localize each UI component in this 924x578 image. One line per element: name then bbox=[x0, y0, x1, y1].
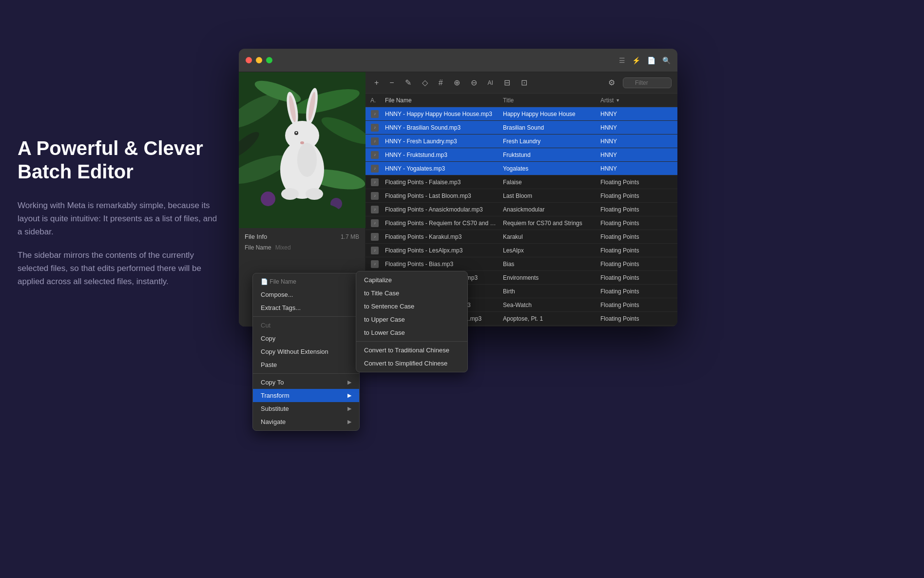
file-filename: HNNY - Brasilian Sound.mp3 bbox=[382, 124, 500, 131]
file-icon: ♪ bbox=[371, 219, 379, 227]
table-row[interactable]: ♪ Floating Points - Anasickmodular.mp3 A… bbox=[366, 203, 677, 216]
file-title: Yogalates bbox=[500, 165, 597, 172]
table-row[interactable]: ♪ HNNY - Fruktstund.mp3 Fruktstund HNNY bbox=[366, 148, 677, 162]
sidebar-toggle-icon[interactable]: ☰ bbox=[619, 57, 625, 64]
transform-lower-case[interactable]: to Lower Case bbox=[356, 326, 467, 339]
ctx-navigate[interactable]: Navigate ▶ bbox=[253, 415, 359, 428]
circle-icon[interactable]: ⊖ bbox=[468, 76, 480, 89]
table-row[interactable]: ♪ Floating Points - Falaise.mp3 Falaise … bbox=[366, 175, 677, 189]
file-artist: HNNY bbox=[597, 165, 675, 172]
ctx-extract-tags[interactable]: Extract Tags... bbox=[253, 301, 359, 314]
col-header-a[interactable]: A. bbox=[367, 97, 382, 104]
file-title: Requiem for CS70 and Strings bbox=[500, 220, 597, 227]
file-artist: Floating Points bbox=[597, 302, 675, 308]
file-icon-cell: ♪ bbox=[367, 219, 382, 227]
col-headers: A. File Name Title Artist ▼ bbox=[366, 94, 677, 107]
edit-icon[interactable]: ✎ bbox=[402, 76, 414, 89]
transform-upper-case[interactable]: to Upper Case bbox=[356, 313, 467, 326]
transform-sep bbox=[356, 341, 467, 342]
file-artist: Floating Points bbox=[597, 288, 675, 295]
table-row[interactable]: ♪ Floating Points - Karakul.mp3 Karakul … bbox=[366, 230, 677, 244]
file-info-size: 1.7 MB bbox=[341, 233, 359, 240]
search-icon[interactable]: 🔍 bbox=[662, 57, 671, 64]
paragraph-2: The sidebar mirrors the contents of the … bbox=[18, 249, 222, 289]
svg-point-21 bbox=[281, 188, 299, 200]
file-filename: Floating Points - Requiem for CS70 and S… bbox=[382, 220, 500, 227]
transform-capitalize[interactable]: Capitalize bbox=[356, 273, 467, 287]
file-title: Environments bbox=[500, 274, 597, 281]
file-title: Anasickmodular bbox=[500, 206, 597, 213]
table-row[interactable]: ♪ Floating Points - Last Bloom.mp3 Last … bbox=[366, 189, 677, 203]
file-icon-cell: ♪ bbox=[367, 247, 382, 254]
globe-icon[interactable]: ⊕ bbox=[451, 76, 463, 89]
file-artist: Floating Points bbox=[597, 220, 675, 227]
ai-label[interactable]: AI bbox=[485, 77, 496, 88]
hash-icon[interactable]: # bbox=[436, 77, 446, 89]
file-artist: Floating Points bbox=[597, 206, 675, 213]
file-icon: ♪ bbox=[371, 124, 379, 132]
table-row[interactable]: ♪ HNNY - Happy Happy House House.mp3 Hap… bbox=[366, 107, 677, 121]
filter-input[interactable] bbox=[623, 77, 672, 88]
col-header-filename[interactable]: File Name bbox=[382, 97, 500, 104]
file-title: Sea-Watch bbox=[500, 302, 597, 308]
transform-arrow: ▶ bbox=[347, 392, 351, 399]
ctx-copy[interactable]: Copy bbox=[253, 332, 359, 345]
file-icon: ♪ bbox=[371, 260, 379, 268]
gear-icon[interactable]: ⚙ bbox=[605, 76, 618, 89]
ctx-transform[interactable]: Transform ▶ bbox=[253, 389, 359, 402]
ctx-compose[interactable]: Compose... bbox=[253, 288, 359, 301]
ctx-substitute[interactable]: Substitute ▶ bbox=[253, 402, 359, 415]
table-row[interactable]: ♪ HNNY - Fresh Laundry.mp3 Fresh Laundry… bbox=[366, 135, 677, 148]
file-artist: HNNY bbox=[597, 124, 675, 131]
ctx-copy-to[interactable]: Copy To ▶ bbox=[253, 376, 359, 389]
file-icon[interactable]: 📄 bbox=[647, 57, 655, 64]
ctx-copy-without-ext[interactable]: Copy Without Extension bbox=[253, 345, 359, 358]
file-title: Last Bloom bbox=[500, 193, 597, 199]
file-artist: HNNY bbox=[597, 138, 675, 145]
file-artist: HNNY bbox=[597, 111, 675, 117]
folder-open-icon[interactable]: ⊟ bbox=[501, 76, 513, 89]
file-icon-cell: ♪ bbox=[367, 165, 382, 173]
file-icon: ♪ bbox=[371, 178, 379, 186]
file-filename: Floating Points - Bias.mp3 bbox=[382, 261, 500, 268]
folder-icon[interactable]: ⊡ bbox=[518, 76, 530, 89]
col-header-title[interactable]: Title bbox=[500, 97, 597, 104]
col-header-artist[interactable]: Artist ▼ bbox=[597, 97, 675, 104]
close-button[interactable] bbox=[246, 57, 252, 63]
add-button[interactable]: + bbox=[371, 77, 382, 89]
table-row[interactable]: ♪ HNNY - Brasilian Sound.mp3 Brasilian S… bbox=[366, 121, 677, 135]
table-row[interactable]: ♪ Floating Points - LesAlpx.mp3 LesAlpx … bbox=[366, 244, 677, 257]
svg-point-23 bbox=[297, 143, 317, 177]
ctx-paste[interactable]: Paste bbox=[253, 358, 359, 371]
toolbar: + − ✎ ◇ # ⊕ ⊖ AI ⊟ ⊡ ⚙ 🔍 bbox=[366, 72, 677, 94]
artwork bbox=[239, 72, 366, 228]
file-icon: ♪ bbox=[371, 110, 379, 118]
file-icon: ♪ bbox=[371, 192, 379, 200]
ctx-cut[interactable]: Cut bbox=[253, 319, 359, 332]
tag-icon[interactable]: ◇ bbox=[419, 76, 431, 89]
transform-traditional-chinese[interactable]: Convert to Traditional Chinese bbox=[356, 344, 467, 357]
transform-simplified-chinese[interactable]: Convert to Simplified Chinese bbox=[356, 357, 467, 370]
transform-title-case[interactable]: to Title Case bbox=[356, 287, 467, 300]
file-icon: ♪ bbox=[371, 247, 379, 254]
table-row[interactable]: ♪ Floating Points - Requiem for CS70 and… bbox=[366, 216, 677, 230]
navigate-arrow: ▶ bbox=[347, 419, 351, 425]
file-icon: ♪ bbox=[371, 151, 379, 159]
copy-to-arrow: ▶ bbox=[347, 379, 351, 385]
file-title: Fresh Laundry bbox=[500, 138, 597, 145]
file-icon-cell: ♪ bbox=[367, 110, 382, 118]
ctx-sep-1 bbox=[253, 316, 359, 317]
file-title: Apoptose, Pt. 1 bbox=[500, 315, 597, 322]
remove-button[interactable]: − bbox=[386, 77, 397, 89]
maximize-button[interactable] bbox=[266, 57, 272, 63]
minimize-button[interactable] bbox=[256, 57, 262, 63]
transform-sentence-case[interactable]: to Sentence Case bbox=[356, 300, 467, 313]
waveform-icon[interactable]: ⚡ bbox=[632, 57, 640, 64]
file-icon-cell: ♪ bbox=[367, 151, 382, 159]
table-row[interactable]: ♪ HNNY - Yogalates.mp3 Yogalates HNNY bbox=[366, 162, 677, 175]
file-icon-cell: ♪ bbox=[367, 206, 382, 213]
table-row[interactable]: ♪ Floating Points - Bias.mp3 Bias Floati… bbox=[366, 257, 677, 271]
file-info-header: File Info 1.7 MB bbox=[245, 233, 359, 240]
title-bar-icons: ☰ ⚡ 📄 🔍 bbox=[619, 57, 671, 64]
file-icon: ♪ bbox=[371, 206, 379, 213]
